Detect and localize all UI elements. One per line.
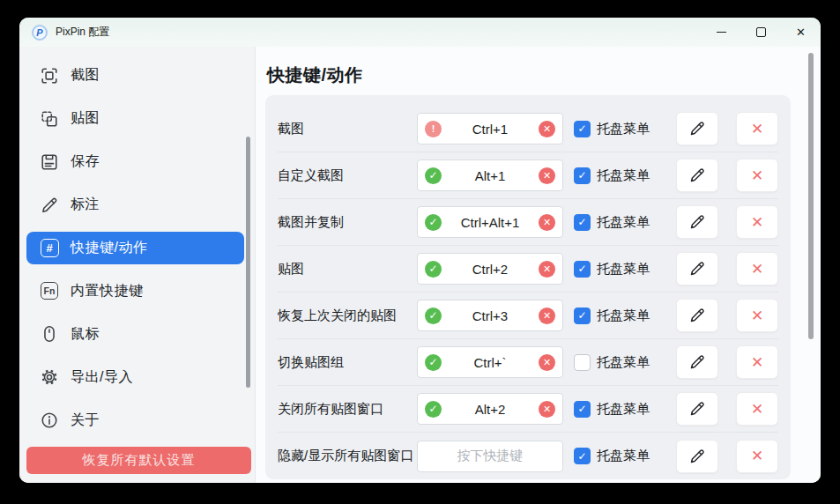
status-ok-icon: ✓ xyxy=(425,214,442,231)
pixpin-logo-icon: P xyxy=(32,25,48,41)
sidebar-item-screenshot[interactable]: 截图 xyxy=(26,59,244,93)
delete-hotkey-button[interactable]: ✕ xyxy=(736,345,778,379)
sidebar-item-label: 标注 xyxy=(71,196,100,214)
edit-hotkey-button[interactable] xyxy=(676,112,718,145)
sidebar-item-hotkeys-actions[interactable]: # 快捷键/动作 xyxy=(26,232,244,265)
action-label: 截图 xyxy=(278,121,417,137)
sidebar-item-label: 内置快捷键 xyxy=(71,282,144,300)
hotkey-hash-icon: # xyxy=(39,239,60,258)
delete-hotkey-button[interactable]: ✕ xyxy=(736,159,778,192)
delete-hotkey-button[interactable]: ✕ xyxy=(736,112,778,145)
edit-hotkey-button[interactable] xyxy=(676,252,718,285)
tray-menu-checkbox[interactable]: ✓ xyxy=(574,354,591,371)
status-ok-icon: ✓ xyxy=(425,401,442,418)
maximize-button[interactable] xyxy=(741,18,781,47)
edit-hotkey-button[interactable] xyxy=(676,205,718,239)
minimize-button[interactable] xyxy=(702,18,741,47)
delete-hotkey-button[interactable]: ✕ xyxy=(736,392,778,426)
tray-menu-label: 托盘菜单 xyxy=(597,167,650,184)
sidebar-item-label: 截图 xyxy=(71,66,100,85)
edit-hotkey-button[interactable] xyxy=(676,345,718,379)
edit-pencil-icon xyxy=(688,260,706,278)
tray-menu-option: ✓ 托盘菜单 xyxy=(574,401,660,418)
screenshot-icon xyxy=(39,66,60,85)
tray-menu-checkbox[interactable]: ✓ xyxy=(574,261,591,278)
sidebar-item-label: 关于 xyxy=(71,411,100,430)
status-ok-icon: ✓ xyxy=(425,354,442,371)
hotkey-value: Ctrl+Alt+1 xyxy=(442,215,539,230)
sidebar-item-builtin-hotkeys[interactable]: Fn 内置快捷键 xyxy=(26,274,244,308)
hotkey-row: 截图 ✓ ! Ctrl+1 按下快捷键 ✕ ✓ 托盘菜单 xyxy=(278,106,778,152)
hotkey-input[interactable]: ✓ ! Ctrl+2 按下快捷键 ✕ xyxy=(417,253,563,285)
delete-hotkey-button[interactable]: ✕ xyxy=(736,440,778,473)
edit-hotkey-button[interactable] xyxy=(676,299,718,332)
edit-pencil-icon xyxy=(688,120,706,137)
hotkey-input[interactable]: ✓ ! Ctrl+3 按下快捷键 ✕ xyxy=(417,300,563,331)
tray-menu-checkbox[interactable]: ✓ xyxy=(574,448,591,464)
window-title: PixPin 配置 xyxy=(56,25,109,40)
clear-hotkey-icon[interactable]: ✕ xyxy=(539,261,555,278)
sidebar-item-pin-image[interactable]: 贴图 xyxy=(26,102,244,136)
tray-menu-label: 托盘菜单 xyxy=(597,401,650,418)
checkbox-check-icon: ✓ xyxy=(577,310,586,321)
sidebar-item-label: 导出/导入 xyxy=(71,368,133,387)
tray-menu-checkbox[interactable]: ✓ xyxy=(574,308,591,324)
hotkey-input[interactable]: ✓ ! Alt+2 按下快捷键 ✕ xyxy=(417,393,563,425)
clear-hotkey-icon[interactable]: ✕ xyxy=(539,401,555,418)
tray-menu-option: ✓ 托盘菜单 xyxy=(574,121,660,137)
hotkey-input[interactable]: ✓ ! 按下快捷键 ✕ xyxy=(417,441,563,472)
sidebar-item-about[interactable]: 关于 xyxy=(26,404,244,437)
delete-hotkey-button[interactable]: ✕ xyxy=(736,252,778,285)
tray-menu-checkbox[interactable]: ✓ xyxy=(574,167,591,184)
hotkey-row: 隐藏/显示所有贴图窗口 ✓ ! 按下快捷键 ✕ ✓ 托盘菜单 xyxy=(278,433,778,479)
close-button[interactable]: ✕ xyxy=(781,18,821,47)
main-panel: 快捷键/动作 截图 ✓ ! Ctrl+1 按下快捷键 ✕ ✓ xyxy=(256,47,821,483)
reset-defaults-button[interactable]: 恢复所有默认设置 xyxy=(26,447,251,474)
tray-menu-label: 托盘菜单 xyxy=(597,354,650,371)
tray-menu-checkbox[interactable]: ✓ xyxy=(574,401,591,418)
checkbox-check-icon: ✓ xyxy=(577,404,586,414)
sidebar-item-mouse[interactable]: 鼠标 xyxy=(26,317,244,351)
checkbox-check-icon: ✓ xyxy=(577,263,586,274)
sidebar-scrollbar[interactable] xyxy=(246,137,250,388)
pixpin-config-window: P PixPin 配置 ✕ 截图 xyxy=(19,18,821,483)
action-label: 自定义截图 xyxy=(278,167,417,184)
hotkey-row: 自定义截图 ✓ ! Alt+1 按下快捷键 ✕ ✓ 托盘菜单 xyxy=(278,152,778,199)
hotkey-value: Ctrl+3 xyxy=(442,308,539,323)
edit-hotkey-button[interactable] xyxy=(676,440,718,473)
sidebar-item-save[interactable]: 保存 xyxy=(26,145,244,179)
hotkey-input[interactable]: ✓ ! Ctrl+1 按下快捷键 ✕ xyxy=(417,113,563,145)
edit-pencil-icon xyxy=(688,353,706,371)
clear-hotkey-icon[interactable]: ✕ xyxy=(539,167,555,184)
hotkey-input[interactable]: ✓ ! Ctrl+Alt+1 按下快捷键 ✕ xyxy=(417,206,563,238)
app-body: 截图 贴图 保存 xyxy=(19,47,821,483)
edit-pencil-icon xyxy=(688,213,706,231)
clear-hotkey-icon[interactable]: ✕ xyxy=(539,121,555,137)
gear-icon xyxy=(39,367,60,387)
close-icon: ✕ xyxy=(796,26,806,38)
hotkey-table: 截图 ✓ ! Ctrl+1 按下快捷键 ✕ ✓ 托盘菜单 xyxy=(265,95,791,479)
clear-hotkey-icon[interactable]: ✕ xyxy=(539,308,555,324)
delete-hotkey-button[interactable]: ✕ xyxy=(736,299,778,332)
delete-hotkey-button[interactable]: ✕ xyxy=(736,205,778,239)
checkbox-check-icon: ✓ xyxy=(577,217,586,227)
clear-hotkey-icon[interactable]: ✕ xyxy=(539,214,555,231)
window-controls: ✕ xyxy=(702,18,821,47)
status-ok-icon: ✓ xyxy=(425,261,442,278)
tray-menu-checkbox[interactable]: ✓ xyxy=(574,214,591,231)
action-label: 恢复上次关闭的贴图 xyxy=(278,308,417,324)
status-ok-icon: ✓ xyxy=(425,167,442,184)
main-scrollbar[interactable] xyxy=(808,53,814,339)
sidebar-item-annotate[interactable]: 标注 xyxy=(26,189,244,222)
sidebar-item-label: 保存 xyxy=(71,152,100,171)
action-label: 截图并复制 xyxy=(278,214,417,231)
action-label: 隐藏/显示所有贴图窗口 xyxy=(278,448,417,464)
hotkey-input[interactable]: ✓ ! Ctrl+` 按下快捷键 ✕ xyxy=(417,346,563,378)
tray-menu-label: 托盘菜单 xyxy=(597,308,650,324)
edit-hotkey-button[interactable] xyxy=(676,392,718,426)
tray-menu-checkbox[interactable]: ✓ xyxy=(574,121,591,137)
clear-hotkey-icon[interactable]: ✕ xyxy=(539,354,555,371)
hotkey-input[interactable]: ✓ ! Alt+1 按下快捷键 ✕ xyxy=(417,159,563,191)
edit-hotkey-button[interactable] xyxy=(676,159,718,192)
sidebar-item-export-import[interactable]: 导出/导入 xyxy=(26,360,244,394)
